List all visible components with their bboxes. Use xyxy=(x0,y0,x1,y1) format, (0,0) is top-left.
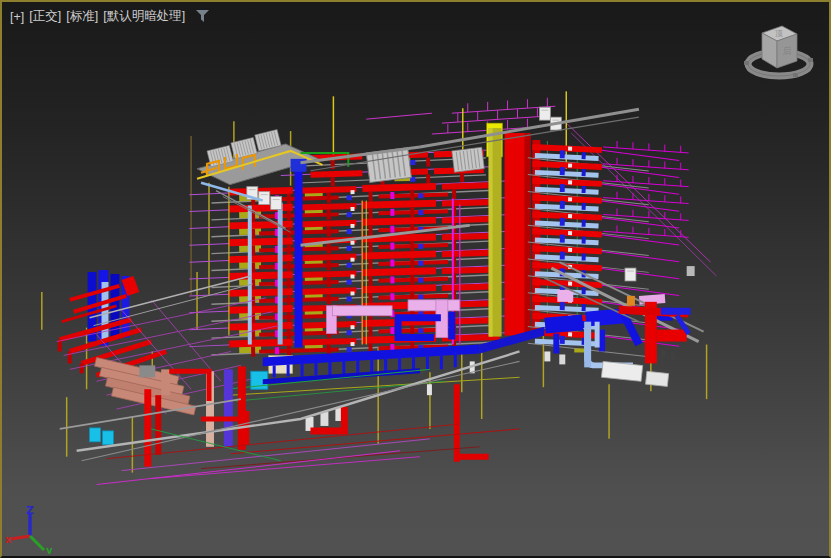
viewcube-cube[interactable]: 顶 后 xyxy=(762,26,797,68)
compass-tick-west[interactable] xyxy=(744,61,749,65)
viewcube[interactable]: 顶 后 xyxy=(735,20,821,86)
viewcube-top-label: 顶 xyxy=(774,29,783,38)
world-axis-gizmo: Z x y xyxy=(4,504,60,554)
viewport-general-menu[interactable]: [+] xyxy=(10,10,24,24)
3d-viewport[interactable]: [+] [正交] [标准] [默认明暗处理] xyxy=(0,0,831,558)
viewport-filter-icon[interactable] xyxy=(196,10,210,23)
viewport-label-bar: [+] [正交] [标准] [默认明暗处理] xyxy=(10,8,210,25)
compass-tick-east[interactable] xyxy=(808,58,813,62)
axis-x-label: x xyxy=(5,534,12,545)
model-canvas[interactable] xyxy=(2,2,829,556)
viewcube-front-label: 后 xyxy=(783,46,792,56)
viewport-pov-menu[interactable]: [正交] xyxy=(29,8,61,25)
viewport-shading-menu[interactable]: [默认明暗处理] xyxy=(103,8,185,25)
viewport-standard-menu[interactable]: [标准] xyxy=(66,8,98,25)
compass-tick-south[interactable] xyxy=(793,73,798,77)
axis-y-label: y xyxy=(46,545,53,554)
axis-z-label: Z xyxy=(26,504,34,517)
